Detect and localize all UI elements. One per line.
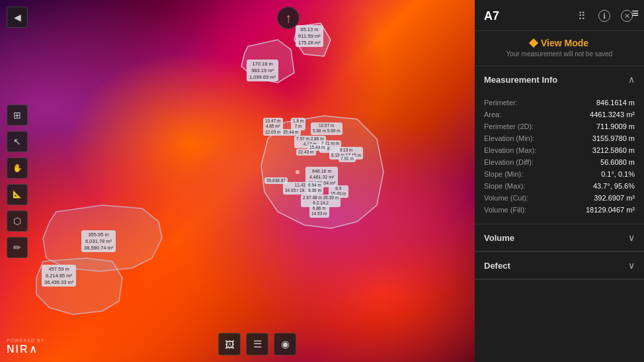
layers-button[interactable]: ⊞ [7,105,28,126]
layers-icon: ⊞ [13,110,21,120]
elevation-diff-row: Elevation (Diff): 56.6080 m [484,156,635,168]
svg-point-6 [322,177,326,181]
slope-min-row: Slope (Min): 0.1°, 0.1% [484,168,635,180]
view-mode-text: View Mode [541,38,588,48]
compass-button[interactable]: ↑ [277,7,300,29]
svg-marker-2 [261,116,383,228]
measurement-info-section-header[interactable]: Measurement Info ∧ [475,66,644,93]
logo-powered-text: POWERED BY [7,338,44,343]
elevation-min-value: 3155.9780 m [592,134,635,142]
cursor-icon: ↖ [13,136,21,147]
slope-max-label: Slope (Max): [484,182,525,190]
grid-icon-button[interactable]: ⠿ [574,8,590,24]
svg-point-9 [312,203,316,207]
defect-title: Defect [484,261,510,271]
map-svg [0,0,475,362]
svg-point-8 [335,193,339,197]
info-icon-button[interactable]: ℹ [596,8,612,24]
bottom-toolbar: 🖼 ☰ ◉ [218,333,296,355]
perimeter-label: Perimeter: [484,99,518,107]
volume-chevron-down-icon: ∨ [628,232,635,243]
back-button[interactable]: ◀ [7,7,28,28]
perimeter2d-label: Perimeter (2D): [484,122,534,130]
left-toolbar: ⊞ ↖ ✋ 📐 ⬡ ✏ [7,105,28,258]
hamburger-icon: ≡ [631,7,639,20]
area-row: Area: 4461.3243 m² [484,109,635,120]
slope-max-value: 43.7°, 95.6% [593,182,635,190]
image-view-button[interactable]: 🖼 [218,333,241,355]
volume-fill-value: 18129.0467 m³ [586,206,635,214]
svg-point-7 [296,170,300,174]
logo: POWERED BY NIR∧ [7,338,44,355]
hand-icon: ✋ [13,163,22,173]
perimeter-row: Perimeter: 846.1614 m [484,97,635,109]
panel-title: A7 [484,9,499,23]
cursor-button[interactable]: ↖ [7,131,28,152]
area-label: Area: [484,111,501,118]
defect-section: Defect ∨ [475,252,644,280]
defect-section-header[interactable]: Defect ∨ [475,252,644,279]
volume-section: Volume ∨ [475,224,644,252]
elevation-diff-value: 56.6080 m [600,158,635,166]
elevation-max-label: Elevation (Max): [484,146,536,154]
hand-button[interactable]: ✋ [7,158,28,179]
elevation-diff-label: Elevation (Diff): [484,158,534,166]
slope-max-row: Slope (Max): 43.7°, 95.6% [484,180,635,192]
panel-header-icons: ⠿ ℹ ✕ [574,8,635,24]
slope-min-label: Slope (Min): [484,170,523,178]
volume-fill-label: Volume (Fill): [484,206,526,214]
view-mode-label: View Mode [484,38,635,48]
defect-chevron-down-icon: ∨ [628,260,635,271]
slope-min-value: 0.1°, 0.1% [601,170,635,178]
main-container: 95.13 m611.59 m²175.26 m² 170.18 m983.19… [0,0,644,362]
map-area: 95.13 m611.59 m²175.26 m² 170.18 m983.19… [0,0,475,362]
measure-icon: ⬡ [13,216,21,226]
annotate-icon: ✏ [13,242,21,253]
svg-point-5 [302,190,306,194]
measurement-info-chevron-up-icon: ∧ [628,74,635,85]
volume-title: Volume [484,233,514,243]
volume-cut-row: Volume (Cut): 392.6907 m³ [484,192,635,204]
compass-icon: ↑ [285,11,292,26]
panel-header: A7 ⠿ ℹ ✕ [475,0,644,31]
measurement-info-title: Measurement Info [484,75,557,85]
measure-button[interactable]: ⬡ [7,210,28,232]
ruler-icon: 📐 [13,190,22,199]
view-mode-banner: View Mode Your measurement will not be s… [475,31,644,66]
info-icon: ℹ [598,10,610,22]
svg-marker-1 [241,40,294,83]
ruler-button[interactable]: 📐 [7,184,28,205]
elevation-min-label: Elevation (Min): [484,134,534,142]
globe-icon: ◉ [281,338,290,350]
list-view-button[interactable]: ☰ [246,333,268,355]
measurement-table: Perimeter: 846.1614 m Area: 4461.3243 m²… [475,93,644,224]
perimeter2d-value: 711.9009 m [596,122,635,130]
image-icon: 🖼 [225,339,235,350]
perimeter-value: 846.1614 m [596,99,635,107]
elevation-min-row: Elevation (Min): 3155.9780 m [484,132,635,144]
volume-cut-value: 392.6907 m³ [594,194,635,202]
view-mode-diamond-icon [529,38,538,48]
logo-nira-text: NIR∧ [7,343,38,355]
svg-marker-4 [36,258,122,314]
area-value: 4461.3243 m² [590,111,635,118]
hamburger-menu-button[interactable]: ≡ [631,7,639,21]
perimeter2d-row: Perimeter (2D): 711.9009 m [484,120,635,132]
close-icon: ✕ [621,10,633,22]
volume-section-header[interactable]: Volume ∨ [475,224,644,251]
elevation-max-value: 3212.5860 m [592,146,635,154]
volume-fill-row: Volume (Fill): 18129.0467 m³ [484,204,635,216]
grid-icon: ⠿ [578,10,586,23]
back-icon: ◀ [14,12,21,23]
elevation-max-row: Elevation (Max): 3212.5860 m [484,144,635,156]
right-panel: ≡ A7 ⠿ ℹ ✕ View Mode Your m [475,0,644,362]
annotate-button[interactable]: ✏ [7,237,28,258]
globe-button[interactable]: ◉ [274,333,296,355]
svg-marker-0 [294,23,331,56]
volume-cut-label: Volume (Cut): [484,194,528,202]
list-icon: ☰ [253,338,262,350]
view-mode-sub-text: Your measurement will not be saved [484,50,635,58]
